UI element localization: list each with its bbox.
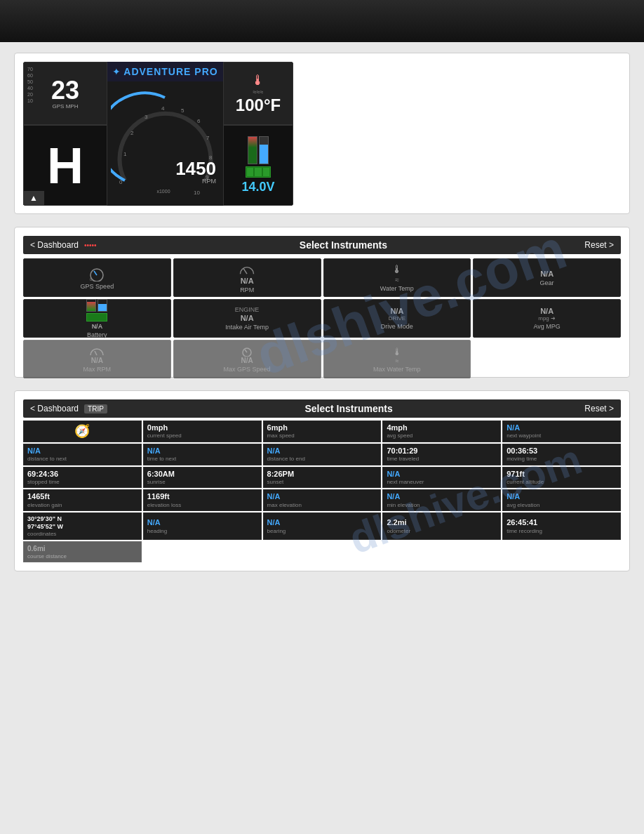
water-temp-label: Water Temp [380, 285, 414, 292]
time-recording-value: 26:45:41 [507, 518, 617, 527]
sunset-value: 8:26PM [267, 470, 377, 479]
instrument-avg-mpg[interactable]: N/A mpg ➜ Avg MPG [473, 299, 621, 338]
svg-line-13 [94, 271, 97, 275]
trip-cell-time-recording[interactable]: 26:45:41 time recording [502, 512, 621, 540]
trip-cell-icon[interactable]: 🧭 [23, 421, 142, 442]
trip-cell-time-traveled[interactable]: 70:01:29 time traveled [382, 444, 501, 465]
trip-cell-odometer[interactable]: 2.2mi odometer [382, 512, 501, 540]
speed-scale: 706050402010 [27, 66, 33, 105]
trip-cell-course-distance[interactable]: 0.6mi course distance [23, 541, 142, 562]
elevation-loss-value: 1169ft [147, 492, 257, 501]
svg-line-18 [245, 350, 247, 352]
elevation-loss-label: elevation loss [147, 502, 257, 509]
stopped-time-value: 69:24:36 [27, 470, 137, 479]
max-rpm-label: Max RPM [83, 366, 112, 373]
logo-text: ADVENTURE PRO [123, 66, 217, 77]
trip-back-button[interactable]: < Dashboard [30, 404, 79, 413]
trip-grid: 🧭 0mph current speed 6mph max speed 4mph… [23, 421, 621, 562]
time-traveled-value: 70:01:29 [387, 446, 497, 456]
current-speed-label: current speed [147, 432, 257, 439]
trip-nav-icon: 🧭 [74, 423, 90, 439]
reset-button[interactable]: Reset > [584, 240, 614, 250]
svg-text:6: 6 [197, 118, 201, 124]
elevation-gain-value: 1465ft [27, 492, 137, 501]
trip-cell-next-waypoint[interactable]: N/A next waypoint [502, 421, 621, 442]
sunrise-label: sunrise [147, 479, 257, 486]
instrument-gear[interactable]: N/A Gear [473, 258, 621, 297]
trip-cell-dist-next[interactable]: N/A distance to next [23, 444, 142, 465]
trip-instruments-title: Select Instruments [113, 403, 584, 414]
avg-speed-value: 4mph [387, 423, 497, 432]
back-button[interactable]: < Dashboard [30, 240, 79, 250]
svg-text:3: 3 [145, 114, 148, 120]
trip-cell-coordinates[interactable]: 30°29'30" N 97°45'52" W coordinates [23, 512, 142, 540]
time-next-value: N/A [147, 446, 257, 456]
svg-line-16 [95, 351, 97, 355]
trip-cell-heading[interactable]: N/A heading [143, 512, 262, 540]
dashboard-container: 706050402010 23 GPS MPH H ✦ ADVENTURE PR… [23, 62, 293, 206]
instrument-drive-mode[interactable]: N/A DRIVE Drive Mode [323, 299, 471, 338]
main-content: 706050402010 23 GPS MPH H ✦ ADVENTURE PR… [0, 42, 644, 595]
odometer-label: odometer [387, 528, 497, 535]
trip-cell-current-altitude[interactable]: 971ft current altitude [502, 467, 621, 489]
trip-cell-sunset[interactable]: 8:26PM sunset [263, 467, 382, 489]
instrument-water-temp[interactable]: 🌡 ≈ Water Temp [323, 258, 471, 297]
current-altitude-value: 971ft [507, 470, 617, 479]
mini-battery-indicator [86, 313, 107, 322]
max-rpm-value: N/A [91, 357, 103, 364]
bearing-label: bearing [267, 528, 377, 535]
max-water-temp-label: Max Water Temp [373, 366, 421, 373]
battery-cell-content [86, 299, 107, 322]
heading-value: N/A [147, 518, 257, 527]
stopped-time-label: stopped time [27, 479, 137, 486]
thermometer-icon: 🌡 [251, 72, 265, 88]
trip-cell-min-elevation[interactable]: N/A min elevation [382, 489, 501, 511]
panel-select-instruments: < Dashboard ••••• Select Instruments Res… [14, 227, 630, 378]
svg-text:5: 5 [181, 107, 185, 114]
top-header [0, 0, 644, 42]
instrument-intake-air-temp[interactable]: ENGINE N/A Intake Air Temp [173, 299, 321, 338]
instrument-max-rpm[interactable]: N/A Max RPM [23, 340, 171, 378]
current-altitude-label: current altitude [507, 479, 617, 486]
rpm-display-value: N/A [241, 277, 254, 285]
temp-widget: 🌡 ≈≈≈ 100°F [223, 62, 293, 125]
coordinates-value: 30°29'30" N 97°45'52" W [27, 515, 137, 531]
dash-left-column: 706050402010 23 GPS MPH H [23, 62, 107, 206]
time-recording-label: time recording [507, 528, 617, 535]
trip-cell-max-speed[interactable]: 6mph max speed [263, 421, 382, 442]
svg-line-15 [243, 269, 247, 274]
trip-cell-bearing[interactable]: N/A bearing [263, 512, 382, 540]
instruments-header: < Dashboard ••••• Select Instruments Res… [23, 236, 621, 254]
trip-cell-max-elevation[interactable]: N/A max elevation [263, 489, 382, 511]
trip-cell-dist-end[interactable]: N/A distance to end [263, 444, 382, 465]
trip-cell-avg-elevation[interactable]: N/A avg elevation [502, 489, 621, 511]
max-speed-label: max speed [267, 432, 377, 439]
svg-text:0: 0 [119, 179, 123, 185]
instrument-gps-speed[interactable]: 0 GPS Speed [23, 258, 171, 297]
instrument-rpm[interactable]: N/A RPM [173, 258, 321, 297]
trip-cell-sunrise[interactable]: 6:30AM sunrise [143, 467, 262, 489]
avg-mpg-label: Avg MPG [533, 323, 560, 330]
trip-cell-current-speed[interactable]: 0mph current speed [143, 421, 262, 442]
trip-cell-avg-speed[interactable]: 4mph avg speed [382, 421, 501, 442]
dist-end-value: N/A [267, 446, 377, 456]
dist-end-label: distance to end [267, 456, 377, 463]
trip-cell-elevation-loss[interactable]: 1169ft elevation loss [143, 489, 262, 511]
battery-widget: 14.0V [223, 125, 293, 206]
instrument-battery[interactable]: N/A Battery [23, 299, 171, 338]
avg-speed-label: avg speed [387, 432, 497, 439]
trip-cell-next-maneuver[interactable]: N/A next maneuver [382, 467, 501, 489]
trip-cell-moving-time[interactable]: 00:36:53 moving time [502, 444, 621, 465]
trip-cell-elevation-gain[interactable]: 1465ft elevation gain [23, 489, 142, 511]
trip-cell-time-next[interactable]: N/A time to next [143, 444, 262, 465]
odometer-value: 2.2mi [387, 518, 497, 527]
trip-cell-stopped-time[interactable]: 69:24:36 stopped time [23, 467, 142, 489]
instrument-max-gps-speed[interactable]: N/A Max GPS Speed [173, 340, 321, 378]
max-elevation-value: N/A [267, 492, 377, 501]
dist-next-label: distance to next [27, 456, 137, 463]
instrument-max-water-temp[interactable]: 🌡 ≈ Max Water Temp [323, 340, 471, 378]
max-elevation-label: max elevation [267, 502, 377, 509]
trip-reset-button[interactable]: Reset > [584, 404, 614, 413]
dash-expand-button[interactable]: ▲ [23, 191, 44, 205]
temp-value: 100°F [236, 95, 281, 115]
